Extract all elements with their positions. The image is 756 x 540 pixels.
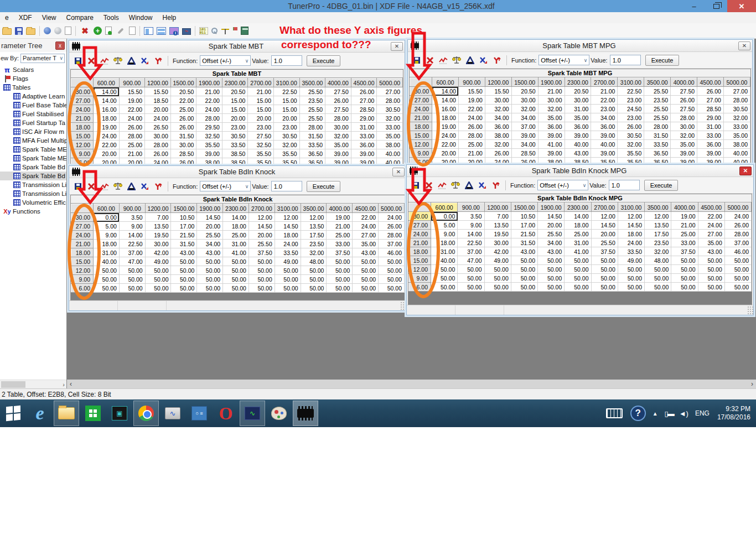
table-cell[interactable]: 28.00 (145, 141, 171, 149)
table-cell[interactable]: 24.00 (196, 105, 222, 114)
table-cell[interactable]: 18.00 (223, 222, 249, 231)
table-cell[interactable]: 39.00 (565, 131, 591, 140)
column-header[interactable]: 5000.00 (724, 203, 751, 212)
column-header[interactable]: 4500.00 (351, 79, 377, 87)
menu-e[interactable]: e (0, 12, 14, 23)
table-cell[interactable]: 38.50 (222, 149, 248, 158)
table-cell[interactable]: 0.00 (431, 212, 458, 221)
table-cell[interactable]: 15.00 (222, 96, 248, 105)
table-cell[interactable]: 50.00 (119, 275, 145, 284)
table-cell[interactable]: 37.00 (119, 248, 145, 257)
table-cell[interactable]: 23.00 (274, 123, 300, 132)
table-cell[interactable]: 36.00 (351, 141, 377, 149)
table-cell[interactable]: 50.00 (724, 256, 751, 265)
row-header[interactable]: 30.00 (71, 213, 94, 222)
table-cell[interactable]: 15.50 (145, 87, 171, 96)
table-cell[interactable]: 20.00 (248, 114, 274, 123)
table-cell[interactable]: 43.00 (538, 247, 565, 256)
table-cell[interactable]: 26.00 (618, 122, 644, 131)
table-cell[interactable]: 12.00 (618, 212, 644, 221)
x-axis-icon[interactable] (139, 181, 150, 191)
table-cell[interactable]: 28.50 (170, 149, 196, 158)
table-cell[interactable]: 50.00 (119, 266, 145, 275)
column-header[interactable]: 600.00 (94, 79, 120, 87)
table-cell[interactable]: 26.00 (458, 122, 485, 131)
table-cell[interactable]: 50.00 (671, 283, 698, 292)
table-cell[interactable]: 50.00 (171, 266, 197, 275)
table-cell[interactable]: 50.00 (511, 274, 537, 283)
column-header[interactable]: 4500.00 (698, 203, 724, 212)
table-cell[interactable]: 25.50 (299, 105, 325, 114)
menu-xdf[interactable]: XDF (14, 12, 37, 23)
table-cell[interactable]: 50.00 (618, 283, 644, 292)
row-header[interactable]: 30.00 (410, 87, 432, 96)
column-header[interactable]: 1200.00 (145, 79, 171, 87)
row-header[interactable]: 6.00 (71, 284, 94, 293)
table-cell[interactable]: 32.00 (485, 105, 511, 113)
y-axis-icon[interactable] (152, 181, 163, 191)
column-header[interactable]: 1900.00 (197, 204, 223, 213)
table-cell[interactable]: 50.00 (94, 275, 120, 284)
table-cell[interactable]: 14.00 (565, 212, 591, 221)
column-header[interactable]: 3500.00 (645, 203, 671, 212)
table-cell[interactable]: 33.00 (351, 132, 377, 141)
value-input[interactable]: 1.0 (271, 181, 302, 191)
table-cell[interactable]: 50.00 (327, 284, 353, 293)
column-header[interactable]: 3100.00 (275, 204, 301, 213)
touch-keyboard-icon[interactable] (606, 408, 623, 418)
column-header[interactable]: 2700.00 (248, 79, 274, 87)
table-cell[interactable]: 50.00 (698, 274, 724, 283)
table-cell[interactable]: 39.00 (196, 149, 222, 158)
table-cell[interactable]: 10.50 (171, 213, 197, 222)
table-cell[interactable]: 35.00 (538, 113, 565, 122)
table-cell[interactable]: 50.00 (458, 274, 484, 283)
table-cell[interactable]: 50.00 (431, 283, 458, 292)
column-header[interactable]: 5000.00 (379, 204, 405, 213)
tree-item-tables[interactable]: Tables (0, 83, 66, 92)
column-header[interactable]: 4500.00 (353, 204, 379, 213)
table-cell[interactable]: 50.00 (171, 275, 197, 284)
table-cell[interactable]: 19.00 (671, 212, 698, 221)
table-cell[interactable]: 34.00 (485, 113, 511, 122)
table-cell[interactable]: 28.00 (196, 114, 222, 123)
table-cell[interactable]: 50.00 (645, 283, 671, 292)
table-cell[interactable]: 22.50 (458, 238, 484, 247)
table-cell[interactable]: 24.00 (698, 221, 724, 230)
table-cell[interactable]: 28.00 (724, 230, 751, 238)
table-cell[interactable]: 50.00 (353, 266, 379, 275)
column-header[interactable]: 600.00 (431, 203, 458, 212)
table-cell[interactable]: 22.50 (618, 87, 644, 96)
table-cell[interactable]: 42.00 (484, 247, 511, 256)
row-header[interactable]: 9.00 (409, 274, 431, 283)
table-cell[interactable]: 40.00 (94, 257, 120, 266)
table-cell[interactable]: 50.00 (565, 256, 591, 265)
window-close-button[interactable]: ✕ (738, 41, 750, 50)
column-header[interactable]: 3100.00 (274, 79, 300, 87)
table-cell[interactable]: 22.00 (458, 105, 485, 113)
column-header[interactable]: 4000.00 (327, 204, 353, 213)
x-axis-icon[interactable] (139, 56, 150, 66)
row-header[interactable]: 27.00 (409, 221, 431, 230)
table-cell[interactable]: 21.00 (119, 149, 145, 158)
calculator-icon[interactable] (241, 27, 248, 35)
parameter-tree-icon[interactable] (233, 27, 237, 30)
table-cell[interactable]: 27.00 (377, 87, 403, 96)
table-cell[interactable]: 24.00 (94, 132, 120, 141)
table-cell[interactable]: 27.00 (698, 230, 724, 238)
internet-explorer-icon[interactable]: e (27, 401, 53, 426)
tree-item-fuel-stabilised[interactable]: Fuel Stabilised (0, 110, 66, 118)
table-cell[interactable]: 38.00 (377, 141, 403, 149)
table-cell[interactable]: 50.00 (171, 284, 197, 293)
discard-icon[interactable] (424, 55, 436, 65)
graph-icon[interactable] (438, 55, 449, 65)
language-indicator[interactable]: ENG (695, 409, 710, 417)
table-cell[interactable]: 17.00 (511, 221, 537, 230)
table-cell[interactable]: 35.00 (698, 238, 724, 247)
table-cell[interactable]: 37.00 (724, 238, 751, 247)
table-cell[interactable]: 25.50 (197, 231, 223, 240)
window-close-button[interactable]: ✕ (392, 168, 405, 176)
table-cell[interactable]: 15.00 (274, 105, 300, 114)
compare-scales-icon[interactable] (451, 55, 462, 65)
table-cell[interactable]: 33.00 (697, 131, 724, 140)
row-header[interactable]: 12.00 (409, 265, 431, 274)
